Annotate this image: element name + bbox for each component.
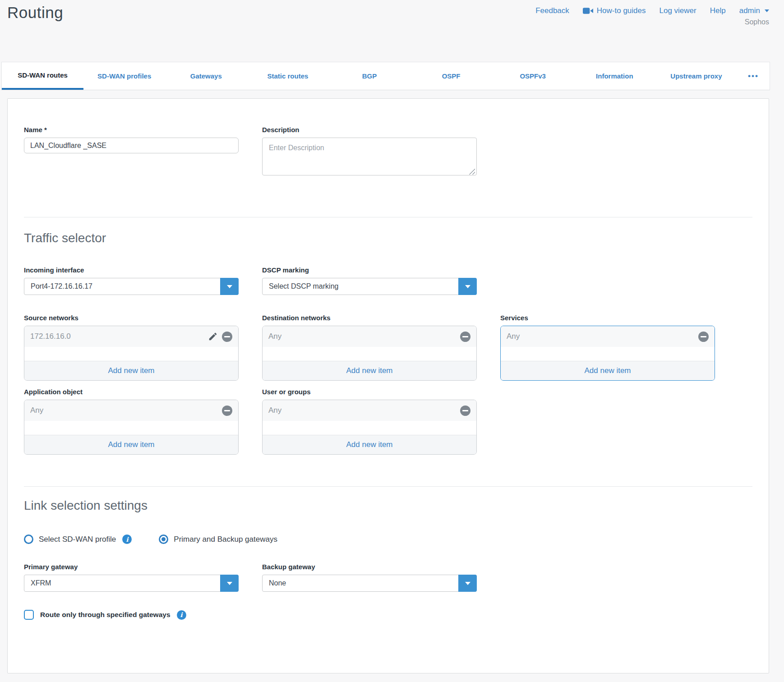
add-new-item-button[interactable]: Add new item <box>24 361 238 380</box>
application-object-value: Any <box>30 406 43 415</box>
item-box-empty-area <box>24 347 238 361</box>
remove-item-icon[interactable] <box>460 332 470 342</box>
name-label: Name * <box>24 126 239 134</box>
source-networks-box: 172.16.16.0 Add new item <box>24 326 239 381</box>
add-new-item-button[interactable]: Add new item <box>263 361 476 380</box>
chevron-down-icon <box>465 582 470 585</box>
application-object-group: Application object Any Add new item <box>24 388 239 455</box>
application-object-box: Any Add new item <box>24 400 239 455</box>
traffic-selector-heading: Traffic selector <box>24 231 752 245</box>
incoming-interface-group: Incoming interface Port4-172.16.16.17 <box>24 266 239 295</box>
link-selection-radio-group: Select SD-WAN profile i Primary and Back… <box>24 535 752 544</box>
log-viewer-link[interactable]: Log viewer <box>659 6 696 15</box>
tab-sdwan-profiles[interactable]: SD-WAN profiles <box>83 62 165 90</box>
incoming-interface-select[interactable]: Port4-172.16.16.17 <box>24 278 239 295</box>
page-title: Routing <box>7 4 63 22</box>
dropdown-arrow-button[interactable] <box>458 575 477 592</box>
admin-label: admin <box>739 6 760 15</box>
description-field-group: Description <box>262 126 477 177</box>
backup-gateway-select[interactable]: None <box>262 575 477 592</box>
source-networks-label: Source networks <box>24 314 239 322</box>
howto-guides-label: How-to guides <box>597 6 646 15</box>
name-field-group: Name * <box>24 126 239 153</box>
tab-upstream-proxy[interactable]: Upstream proxy <box>655 62 737 90</box>
destination-networks-group: Destination networks Any Add new item <box>262 314 477 381</box>
remove-item-icon[interactable] <box>460 406 470 416</box>
tab-more-ellipsis[interactable]: ••• <box>737 62 770 90</box>
remove-item-icon[interactable] <box>222 332 232 342</box>
tab-ospf[interactable]: OSPF <box>410 62 492 90</box>
name-input[interactable] <box>24 138 239 153</box>
page-header: Routing Feedback How-to guides Log viewe… <box>0 0 784 62</box>
tab-information[interactable]: Information <box>574 62 655 90</box>
destination-networks-box: Any Add new item <box>262 326 477 381</box>
add-new-item-button[interactable]: Add new item <box>263 435 476 454</box>
route-only-label: Route only through specified gateways <box>40 611 171 619</box>
radio-checked-icon[interactable] <box>159 535 168 544</box>
radio-sdwan-profile-label: Select SD-WAN profile <box>39 535 116 544</box>
backup-gateway-group: Backup gateway None <box>262 563 477 592</box>
log-viewer-label: Log viewer <box>659 6 696 15</box>
item-box-empty-area <box>263 421 476 435</box>
route-only-row: Route only through specified gateways i <box>24 610 752 620</box>
radio-primary-backup-label: Primary and Backup gateways <box>174 535 277 544</box>
chevron-down-icon <box>765 9 769 12</box>
video-camera-icon <box>583 7 593 14</box>
dscp-marking-select[interactable]: Select DSCP marking <box>262 278 477 295</box>
tab-bgp[interactable]: BGP <box>328 62 410 90</box>
tab-gateways[interactable]: Gateways <box>165 62 247 90</box>
dscp-marking-group: DSCP marking Select DSCP marking <box>262 266 477 295</box>
list-item: Any <box>24 400 238 421</box>
remove-item-icon[interactable] <box>698 332 709 342</box>
add-new-item-button[interactable]: Add new item <box>24 435 238 454</box>
item-box-empty-area <box>501 347 715 361</box>
list-item: Any <box>501 326 715 347</box>
admin-menu[interactable]: admin <box>739 6 769 15</box>
primary-gateway-select[interactable]: XFRM <box>24 575 239 592</box>
radio-primary-backup-gateways[interactable]: Primary and Backup gateways <box>159 535 277 544</box>
header-links: Feedback How-to guides Log viewer Help a… <box>535 6 769 15</box>
services-group: Services Any Add new item <box>500 314 715 381</box>
tab-ospfv3[interactable]: OSPFv3 <box>492 62 574 90</box>
list-item: Any <box>263 326 476 347</box>
item-box-empty-area <box>24 421 238 435</box>
dropdown-arrow-button[interactable] <box>458 278 477 295</box>
dropdown-arrow-button[interactable] <box>220 278 239 295</box>
user-or-groups-box: Any Add new item <box>262 400 477 455</box>
service-value: Any <box>507 332 520 341</box>
incoming-interface-value: Port4-172.16.16.17 <box>31 282 92 290</box>
link-selection-heading: Link selection settings <box>24 498 752 513</box>
services-box: Any Add new item <box>500 326 715 381</box>
dscp-marking-value: Select DSCP marking <box>269 282 338 290</box>
add-new-item-button[interactable]: Add new item <box>501 361 715 380</box>
tab-sdwan-routes[interactable]: SD-WAN routes <box>2 62 83 90</box>
tab-static-routes[interactable]: Static routes <box>247 62 328 90</box>
section-divider <box>24 217 752 217</box>
tab-bar: SD-WAN routes SD-WAN profiles Gateways S… <box>1 62 770 90</box>
dscp-marking-label: DSCP marking <box>262 266 477 274</box>
source-networks-group: Source networks 172.16.16.0 Add new item <box>24 314 239 381</box>
backup-gateway-label: Backup gateway <box>262 563 477 571</box>
edit-pencil-icon[interactable] <box>208 332 218 341</box>
destination-networks-label: Destination networks <box>262 314 477 322</box>
user-or-groups-value: Any <box>268 406 281 415</box>
route-only-checkbox[interactable] <box>24 610 34 620</box>
remove-item-icon[interactable] <box>222 406 232 416</box>
howto-guides-link[interactable]: How-to guides <box>583 6 646 15</box>
info-icon[interactable]: i <box>177 610 186 620</box>
brand-label: Sophos <box>745 18 769 26</box>
dropdown-arrow-button[interactable] <box>220 575 239 592</box>
help-link[interactable]: Help <box>710 6 726 15</box>
radio-select-sdwan-profile[interactable]: Select SD-WAN profile <box>24 535 116 544</box>
radio-unchecked-icon[interactable] <box>24 535 33 544</box>
primary-gateway-label: Primary gateway <box>24 563 239 571</box>
route-editor-card: Name * Description Traffic selector Inco… <box>7 98 769 673</box>
incoming-interface-label: Incoming interface <box>24 266 239 274</box>
item-box-empty-area <box>263 347 476 361</box>
description-textarea[interactable] <box>262 138 477 175</box>
primary-gateway-group: Primary gateway XFRM <box>24 563 239 592</box>
user-or-groups-group: User or groups Any Add new item <box>262 388 477 455</box>
feedback-link[interactable]: Feedback <box>535 6 569 15</box>
chevron-down-icon <box>227 582 232 585</box>
info-icon[interactable]: i <box>122 535 132 544</box>
